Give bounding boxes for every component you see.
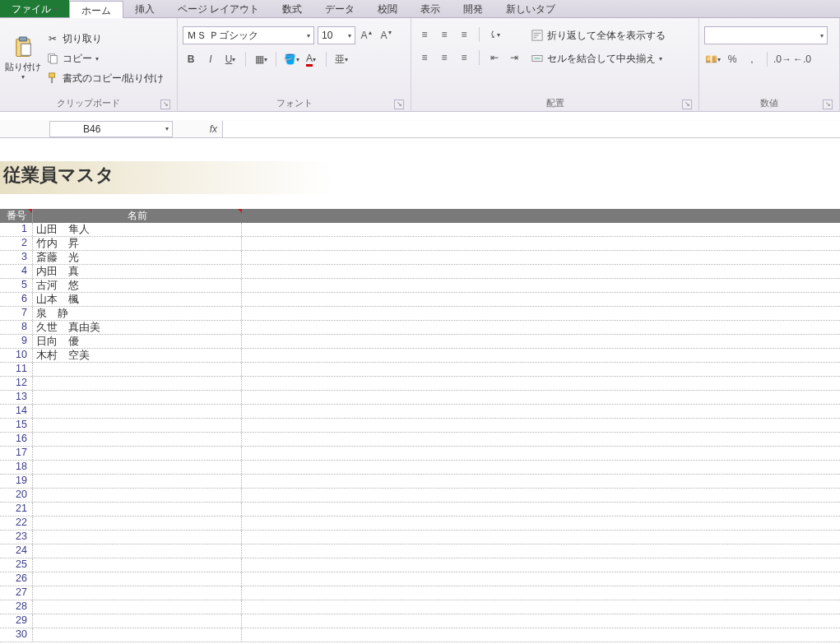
tab-home[interactable]: ホーム [69,1,123,18]
formula-input[interactable] [222,121,840,137]
cell-name[interactable] [33,461,242,474]
cell-name[interactable] [33,572,242,586]
table-row[interactable]: 14 [0,405,840,419]
cell-name[interactable] [33,558,242,572]
tab-view[interactable]: 表示 [409,0,452,17]
cell-name[interactable] [33,628,242,642]
table-row[interactable]: 25 [0,558,840,572]
cell-number[interactable]: 14 [0,405,33,418]
tab-insert[interactable]: 挿入 [123,0,166,17]
increase-font-button[interactable]: A▲ [359,27,375,44]
table-row[interactable]: 3斎藤 光 [0,251,840,265]
name-box[interactable]: B46 ▾ [49,121,173,137]
cell-name[interactable] [33,447,242,460]
table-row[interactable]: 23 [0,530,840,544]
table-row[interactable]: 4内田 真 [0,265,840,279]
format-painter-button[interactable]: 書式のコピー/貼り付け [46,69,164,87]
table-row[interactable]: 1山田 隼人 [0,223,840,237]
table-row[interactable]: 18 [0,461,840,475]
table-row[interactable]: 15 [0,419,840,433]
cell-name[interactable] [33,363,242,376]
cell-name[interactable]: 久世 真由美 [33,321,242,334]
cell-name[interactable] [33,600,242,614]
cell-number[interactable]: 12 [0,377,33,390]
cell-number[interactable]: 20 [0,489,33,502]
align-bottom-button[interactable]: ≡ [456,26,472,43]
cell-number[interactable]: 5 [0,279,33,292]
underline-button[interactable]: U▾ [222,51,239,67]
accounting-format-button[interactable]: 💴▾ [704,51,721,67]
table-row[interactable]: 8久世 真由美 [0,321,840,335]
increase-decimal-button[interactable]: .0→ [774,51,791,67]
cell-name[interactable]: 木村 空美 [33,349,242,362]
cell-number[interactable]: 2 [0,237,33,250]
font-name-combo[interactable]: ＭＳ Ｐゴシック ▾ [183,26,314,44]
cell-number[interactable]: 24 [0,544,33,558]
cell-number[interactable]: 15 [0,419,33,432]
cell-name[interactable] [33,517,242,530]
table-row[interactable]: 28 [0,600,840,614]
cell-name[interactable] [33,530,242,544]
dialog-launcher-icon[interactable]: ↘ [160,100,170,109]
table-row[interactable]: 24 [0,544,840,558]
cell-name[interactable]: 泉 静 [33,307,242,320]
cell-number[interactable]: 13 [0,391,33,404]
cell-number[interactable]: 17 [0,447,33,460]
cell-name[interactable]: 竹内 昇 [33,237,242,250]
cell-name[interactable] [33,405,242,418]
cell-number[interactable]: 27 [0,586,33,600]
dialog-launcher-icon[interactable]: ↘ [394,100,404,109]
cell-number[interactable]: 19 [0,475,33,488]
cell-name[interactable]: 斎藤 光 [33,251,242,264]
tab-review[interactable]: 校閲 [366,0,409,17]
table-row[interactable]: 7泉 静 [0,307,840,321]
cell-number[interactable]: 10 [0,349,33,362]
cell-name[interactable] [33,391,242,404]
bold-button[interactable]: B [183,51,199,67]
table-row[interactable]: 17 [0,447,840,461]
cell-name[interactable] [33,503,242,516]
copy-button[interactable]: コピー ▾ [46,49,164,67]
percent-button[interactable]: % [724,51,740,67]
cell-number[interactable]: 26 [0,572,33,586]
table-row[interactable]: 12 [0,377,840,391]
align-middle-button[interactable]: ≡ [436,26,452,43]
align-top-button[interactable]: ≡ [416,26,433,43]
cell-number[interactable]: 30 [0,628,33,642]
cell-number[interactable]: 22 [0,517,33,530]
table-row[interactable]: 6山本 楓 [0,293,840,307]
table-row[interactable]: 9日向 優 [0,335,840,349]
tab-data[interactable]: データ [313,0,366,17]
cell-number[interactable]: 8 [0,321,33,334]
cut-button[interactable]: ✂ 切り取り [46,30,164,48]
phonetic-button[interactable]: 亜▾ [333,51,350,67]
cell-name[interactable] [33,489,242,502]
align-left-button[interactable]: ≡ [416,49,433,66]
cell-name[interactable]: 山本 楓 [33,293,242,306]
wrap-text-button[interactable]: 折り返して全体を表示する [531,26,666,44]
tab-file[interactable]: ファイル▾ [0,0,69,17]
border-button[interactable]: ▦▾ [253,51,269,67]
comma-button[interactable]: , [744,51,760,67]
table-row[interactable]: 5古河 悠 [0,279,840,293]
orientation-button[interactable]: ⤹▾ [486,26,503,43]
insert-function-button[interactable]: fx [173,123,222,135]
fill-color-button[interactable]: 🪣▾ [283,51,299,67]
tab-developer[interactable]: 開発 [452,0,494,17]
decrease-font-button[interactable]: A▼ [378,27,395,44]
cell-number[interactable]: 4 [0,265,33,278]
italic-button[interactable]: I [202,51,219,67]
cell-number[interactable]: 29 [0,614,33,628]
align-right-button[interactable]: ≡ [456,49,472,66]
dialog-launcher-icon[interactable]: ↘ [823,100,833,109]
align-center-button[interactable]: ≡ [436,49,452,66]
tab-pagelayout[interactable]: ページ レイアウト [166,0,271,17]
dialog-launcher-icon[interactable]: ↘ [682,100,692,109]
number-format-combo[interactable]: ▾ [704,26,828,44]
cell-number[interactable]: 16 [0,433,33,446]
paste-button[interactable]: 貼り付け ▾ [5,21,41,95]
cell-name[interactable] [33,544,242,558]
table-row[interactable]: 22 [0,517,840,530]
cell-name[interactable] [33,586,242,600]
cell-name[interactable]: 内田 真 [33,265,242,278]
